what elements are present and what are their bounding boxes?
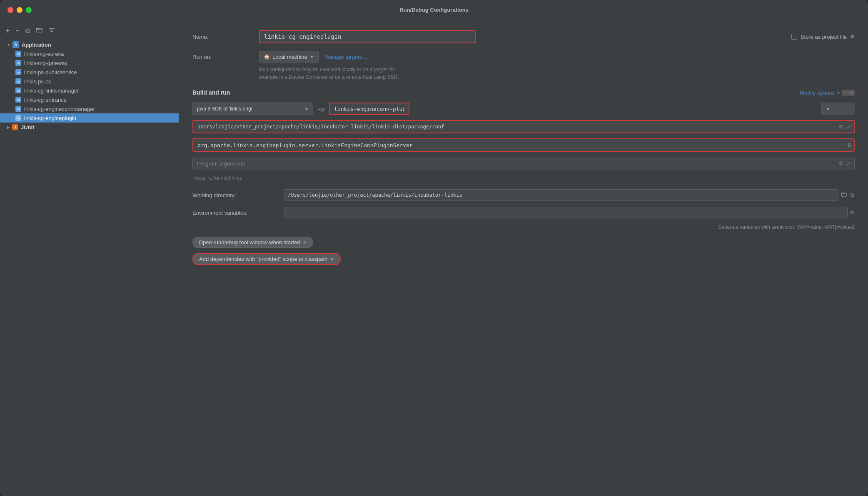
copy-path-button[interactable]: ⧉ — [838, 123, 844, 131]
sdk-dropdown[interactable]: java 8 SDK of 'linkis-engi ▼ — [192, 103, 313, 115]
store-as-project-checkbox[interactable] — [791, 34, 797, 40]
program-args-icons: ⧉ ⤢ — [838, 159, 852, 168]
window-title: Run/Debug Configurations — [399, 7, 468, 13]
add-dependencies-tag[interactable]: Add dependencies with "provided" scope t… — [192, 253, 341, 265]
run-on-dropdown[interactable]: 🏠 Local machine ▼ — [259, 51, 319, 63]
modify-options-label: Modify options — [800, 90, 835, 96]
sidebar-item-label: linkis-ps-cs — [24, 78, 51, 85]
add-config-button[interactable]: + — [5, 26, 10, 35]
sidebar-item-junit[interactable]: ▶ J JUnit — [0, 123, 179, 132]
main-class-value: org.apache.linkis.engineplugin.server.Li… — [197, 142, 413, 148]
svg-rect-1 — [841, 193, 846, 196]
remove-config-button[interactable]: − — [15, 26, 20, 35]
tag1-label: Open run/debug tool window when started — [199, 239, 300, 245]
folder-button[interactable] — [35, 26, 43, 36]
sidebar-item-label: linkis-cg-engineplugin — [24, 115, 76, 121]
module-icon: m — [15, 60, 22, 66]
env-vars-icons: ⧉ — [849, 208, 855, 217]
env-vars-input — [284, 207, 848, 218]
main-class-row: org.apache.linkis.engineplugin.server.Li… — [192, 138, 855, 152]
local-machine-label: Local machine — [272, 54, 307, 60]
sort-button[interactable] — [47, 26, 56, 36]
close-button[interactable] — [7, 7, 13, 13]
vm-options-icons: ⧉ ⤢ — [838, 123, 852, 131]
program-args-input: Program arguments — [192, 157, 855, 170]
sidebar-item-label: linkis-mg-gateway — [24, 60, 67, 66]
home-icon: 🏠 — [264, 54, 270, 60]
expand-button[interactable]: ⤢ — [846, 123, 852, 131]
sidebar: + − ⧉ ▼ — [0, 20, 179, 496]
main-class-input: org.apache.linkis.engineplugin.server.Li… — [192, 138, 855, 152]
sidebar-item-linkis-ps-publicservice[interactable]: m linkis-ps-publicservice — [0, 68, 179, 77]
chevron-down-icon: ▼ — [836, 90, 841, 95]
module-icon: m — [15, 87, 22, 94]
sidebar-item-linkis-cg-engineconnmanager[interactable]: m linkis-cg-engineconnmanager — [0, 104, 179, 113]
chevron-down-icon: ▼ — [304, 107, 309, 111]
sidebar-item-label: linkis-mg-eureka — [24, 51, 64, 57]
sidebar-item-linkis-ps-cs[interactable]: m linkis-ps-cs — [0, 77, 179, 86]
build-run-section: Build and run Modify options ▼ ⌥M — [192, 89, 855, 96]
manage-targets-link[interactable]: Manage targets… — [324, 54, 367, 60]
browse-working-dir-button[interactable] — [840, 191, 848, 200]
sidebar-item-label: linkis-cg-engineconnmanager — [24, 106, 95, 112]
modify-options-button[interactable]: Modify options ▼ ⌥M — [800, 90, 855, 96]
expand-program-args-button[interactable]: ⤢ — [846, 159, 852, 168]
tag2-close-icon[interactable]: ✕ — [330, 256, 334, 262]
sidebar-item-label: linkis-cg-linkismanager — [24, 88, 79, 94]
module-icon: m — [15, 105, 22, 112]
minimize-button[interactable] — [17, 7, 22, 13]
sdk-label: java 8 SDK of 'linkis-engi — [197, 106, 252, 112]
chevron-down-icon: ▼ — [310, 55, 314, 59]
junit-group-icon: J — [12, 124, 18, 130]
press-hint: Press ⌥ for field hints — [192, 175, 855, 181]
sidebar-item-linkis-cg-linkismanager[interactable]: m linkis-cg-linkismanager — [0, 86, 179, 95]
copy-program-args-button[interactable]: ⧉ — [838, 159, 844, 168]
sidebar-item-label: Application — [22, 42, 51, 48]
working-dir-label: Working directory: — [192, 192, 284, 198]
working-dir-row: Working directory: /Users/leojie/other_p… — [192, 189, 855, 201]
copy-main-class-button[interactable]: ⧉ — [847, 141, 852, 149]
tags-row: Open run/debug tool window when started … — [192, 237, 855, 252]
window: Run/Debug Configurations + − ⧉ — [0, 0, 868, 496]
application-group-icon: A — [12, 41, 19, 48]
sidebar-item-linkis-cg-entrance[interactable]: m linkis-cg-entrance — [0, 95, 179, 104]
gear-icon[interactable]: ⚙ — [850, 34, 855, 40]
store-as-project-row: Store as project file ⚙ — [791, 34, 855, 40]
copy-env-vars-button[interactable]: ⧉ — [849, 208, 855, 217]
module-dropdown[interactable]: ▼ — [821, 103, 855, 115]
working-dir-input: /Users/leojie/other_project/apache/linki… — [284, 189, 838, 201]
sidebar-item-linkis-mg-eureka[interactable]: m linkis-mg-eureka — [0, 49, 179, 58]
vm-options-value: Users/leojie/other_project/apache/linkis… — [197, 124, 444, 130]
tag2-label: Add dependencies with "provided" scope t… — [199, 256, 327, 262]
run-on-hint: Run configurations may be executed local… — [259, 66, 855, 81]
main-class-icons: ⧉ — [847, 141, 852, 149]
sidebar-item-linkis-cg-engineplugin[interactable]: m linkis-cg-engineplugin — [0, 113, 179, 123]
build-run-title: Build and run — [192, 89, 230, 96]
sidebar-item-label: JUnit — [21, 124, 35, 130]
program-args-row: Program arguments ⧉ ⤢ — [192, 157, 855, 170]
vm-options-row: Users/leojie/other_project/apache/linkis… — [192, 120, 855, 133]
open-run-debug-tag[interactable]: Open run/debug tool window when started … — [192, 237, 313, 248]
sidebar-item-application[interactable]: ▼ A Application — [0, 40, 179, 49]
traffic-lights — [7, 7, 32, 13]
title-bar: Run/Debug Configurations — [0, 0, 868, 20]
module-icon: m — [15, 96, 22, 103]
module-input-container: ▼ — [329, 103, 855, 115]
program-args-placeholder: Program arguments — [197, 160, 245, 167]
chevron-down-icon: ▼ — [826, 107, 830, 111]
sidebar-item-linkis-mg-gateway[interactable]: m linkis-mg-gateway — [0, 58, 179, 68]
env-vars-label: Environment variables: — [192, 210, 284, 216]
sidebar-item-label: linkis-ps-publicservice — [24, 69, 77, 75]
sdk-module-row: java 8 SDK of 'linkis-engi ▼ -cp ▼ — [192, 103, 855, 115]
sidebar-toolbar: + − ⧉ — [0, 23, 179, 40]
sidebar-item-label: linkis-cg-entrance — [24, 97, 67, 103]
chevron-down-icon: ▼ — [7, 43, 11, 47]
store-as-project-label: Store as project file — [801, 34, 847, 40]
copy-config-button[interactable]: ⧉ — [25, 26, 31, 35]
chevron-right-icon: ▶ — [7, 125, 10, 130]
name-input[interactable] — [259, 30, 476, 43]
tag1-close-icon[interactable]: ✕ — [303, 240, 307, 245]
module-input[interactable] — [329, 103, 409, 115]
maximize-button[interactable] — [26, 7, 32, 13]
copy-working-dir-button[interactable]: ⧉ — [849, 191, 855, 200]
